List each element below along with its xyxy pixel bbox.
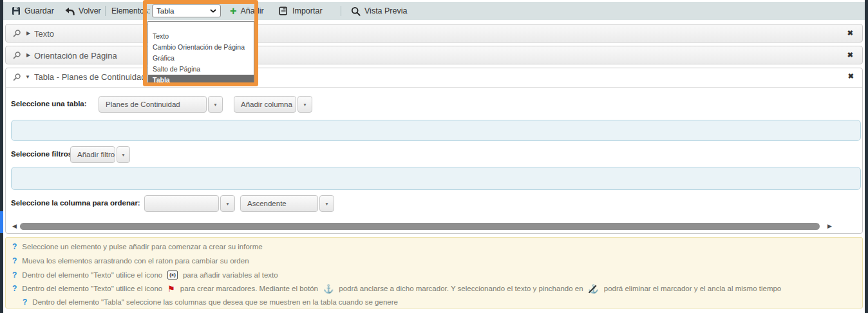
add-filter-button[interactable]: Añadir filtro <box>70 146 115 163</box>
back-label: Volver <box>79 6 101 15</box>
order-column-select[interactable] <box>144 195 219 212</box>
plus-icon: + <box>230 5 237 17</box>
chevron-down-icon <box>210 9 216 13</box>
elements-label: Elementos: <box>111 2 150 20</box>
dropdown-option-cambio-orientacion[interactable]: Cambio Orientación de Página <box>148 42 254 53</box>
window-frame-right <box>865 0 868 313</box>
columns-drop-area[interactable] <box>11 120 861 141</box>
add-filter-label: Añadir filtro <box>77 151 115 158</box>
help-text: Dentro del elemento "Tabla" seleccione l… <box>32 298 398 306</box>
filters-label: Seleccione filtros: <box>11 150 75 158</box>
back-button[interactable]: Volver <box>65 2 101 20</box>
help-text: Dentro del elemento "Texto" utilice el i… <box>22 271 162 279</box>
close-icon[interactable]: ✖ <box>847 29 853 37</box>
elements-dropdown-list: Texto Cambio Orientación de Página Gráfi… <box>147 21 254 86</box>
scroll-left-icon[interactable]: ◀ <box>12 223 17 229</box>
magnifier-icon <box>12 73 21 82</box>
import-label: Importar <box>292 6 323 15</box>
window-frame-left <box>0 0 3 313</box>
import-icon <box>279 6 288 15</box>
caret-down-icon: ▼ <box>213 102 217 107</box>
save-label: Guardar <box>24 6 54 15</box>
collapse-arrow-icon: ▶ <box>26 30 30 36</box>
toolbar-separator <box>341 6 341 16</box>
dropdown-option-texto[interactable]: Texto <box>148 31 254 42</box>
help-text: para añadir variables al texto <box>183 271 278 279</box>
caret-down-icon: ▼ <box>225 202 229 206</box>
table-select-arrow[interactable]: ▼ <box>208 96 223 113</box>
add-button[interactable]: + Añadir <box>230 2 264 20</box>
report-builder-window: Guardar Volver Elementos: Tabla + Añadir… <box>0 0 868 313</box>
help-text: podrá anclarse a dicho marcador. Y selec… <box>339 285 583 292</box>
left-scroll-indicator[interactable] <box>0 211 3 233</box>
import-button[interactable]: Importar <box>279 2 323 20</box>
order-direction-select[interactable]: Ascendente <box>240 195 318 212</box>
panel-texto-label: Texto <box>34 29 54 39</box>
help-line-3: ? Dentro del elemento "Texto" utilice el… <box>12 270 278 280</box>
question-icon: ? <box>12 242 17 251</box>
help-text: Seleccione un elemento y pulse añadir pa… <box>22 243 262 251</box>
question-icon: ? <box>12 256 17 265</box>
add-column-button[interactable]: Añadir columna <box>234 96 296 113</box>
panel-orientacion-header[interactable]: ▶ Orientación de Página ✖ <box>5 46 863 64</box>
panel-texto-header[interactable]: ▶ Texto ✖ <box>5 24 863 43</box>
help-line-4: ? Dentro del elemento "Texto" utilice el… <box>12 284 781 293</box>
toolbar: Guardar Volver Elementos: Tabla + Añadir… <box>3 2 865 20</box>
caret-down-icon: ▼ <box>325 202 328 206</box>
collapse-arrow-icon: ▶ <box>26 52 30 58</box>
preview-label: Vista Previa <box>364 6 407 15</box>
close-icon[interactable]: ✖ <box>847 51 853 59</box>
search-icon <box>351 6 361 16</box>
help-text: Mueva los elementos arrastrando con el r… <box>22 257 249 265</box>
order-direction-value: Ascendente <box>247 200 287 207</box>
dropdown-option-tabla[interactable]: Tabla <box>148 75 254 86</box>
expand-arrow-icon: ▼ <box>25 74 30 80</box>
caret-down-icon: ▼ <box>121 153 125 157</box>
dropdown-option-salto[interactable]: Salto de Página <box>148 64 254 75</box>
help-text: podrá eliminar el marcador y el ancla al… <box>604 285 781 292</box>
back-arrow-icon <box>65 7 75 15</box>
order-label: Seleccione la columna para ordenar: <box>11 199 140 207</box>
table-select[interactable]: Planes de Continuidad <box>99 96 207 113</box>
question-icon: ? <box>12 270 17 280</box>
select-table-label: Seleccione una tabla: <box>11 100 87 108</box>
help-text: Dentro del elemento "Texto" utilice el i… <box>22 285 162 292</box>
filters-drop-area[interactable] <box>11 167 861 190</box>
order-direction-arrow[interactable]: ▼ <box>319 195 334 212</box>
help-line-2: ? Mueva los elementos arrastrando con el… <box>12 256 249 265</box>
help-text: para crear marcadores. Mediante el botón <box>180 285 318 292</box>
dropdown-option-grafica[interactable]: Gráfica <box>148 53 254 64</box>
flag-icon: ⚑ <box>167 285 175 293</box>
variable-icon: (x) <box>167 270 178 280</box>
table-select-value: Planes de Continuidad <box>106 100 180 108</box>
add-column-label: Añadir columna <box>241 100 292 108</box>
anchor-icon: ⚓ <box>323 285 334 293</box>
preview-button[interactable]: Vista Previa <box>351 2 407 20</box>
elements-select-value: Tabla <box>156 7 175 15</box>
help-box: ? Seleccione un elemento y pulse añadir … <box>5 237 863 308</box>
scroll-right-icon[interactable]: ▶ <box>827 223 832 229</box>
panel-orientacion-label: Orientación de Página <box>34 51 117 61</box>
add-column-arrow[interactable]: ▼ <box>297 96 312 113</box>
help-line-1: ? Seleccione un elemento y pulse añadir … <box>12 242 263 251</box>
save-icon <box>12 6 21 15</box>
close-icon[interactable]: ✖ <box>848 72 854 81</box>
elements-select[interactable]: Tabla <box>152 5 221 17</box>
anchor-slash-icon: ⚓ <box>589 285 599 293</box>
help-line-5: ? Dentro del elemento "Tabla" seleccione… <box>23 298 398 307</box>
order-column-arrow[interactable]: ▼ <box>220 195 235 212</box>
add-label: Añadir <box>241 6 264 15</box>
magnifier-icon <box>12 51 21 60</box>
panel-tabla: ▼ Tabla - Planes de Continuidad ✖ Selecc… <box>5 68 863 234</box>
panel-tabla-label: Tabla - Planes de Continuidad <box>34 72 146 82</box>
toolbar-separator <box>105 6 106 16</box>
magnifier-icon <box>12 29 21 38</box>
panel-tabla-header[interactable]: ▼ Tabla - Planes de Continuidad ✖ <box>6 68 862 88</box>
horizontal-scrollbar-thumb[interactable] <box>20 223 820 230</box>
question-icon: ? <box>12 284 17 293</box>
question-icon: ? <box>23 298 27 307</box>
caret-down-icon: ▼ <box>303 102 307 107</box>
add-filter-arrow[interactable]: ▼ <box>117 146 130 163</box>
save-button[interactable]: Guardar <box>12 2 54 20</box>
